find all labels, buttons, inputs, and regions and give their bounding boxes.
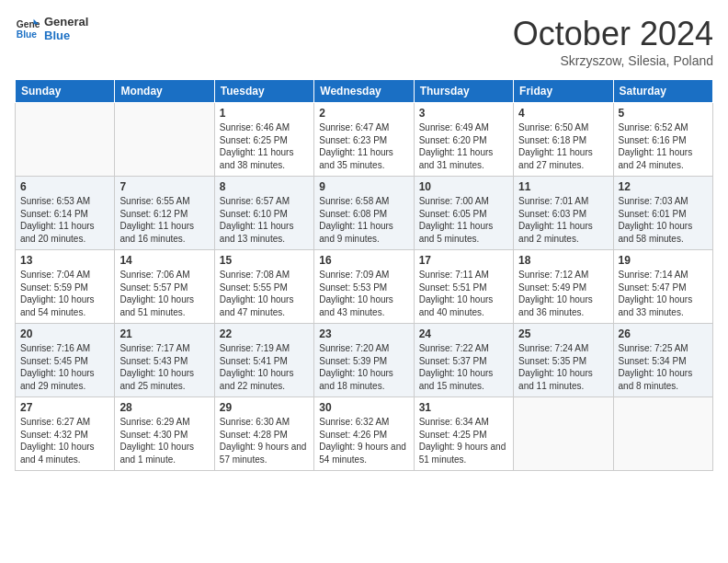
col-header-thursday: Thursday (414, 80, 513, 103)
day-number: 6 (20, 180, 109, 193)
calendar-cell: 30Sunrise: 6:32 AM Sunset: 4:26 PM Dayli… (314, 397, 414, 471)
calendar-cell (16, 103, 115, 177)
day-detail: Sunrise: 7:14 AM Sunset: 5:47 PM Dayligh… (619, 269, 708, 318)
calendar-cell: 8Sunrise: 6:57 AM Sunset: 6:10 PM Daylig… (214, 177, 313, 250)
location-subtitle: Skrzyszow, Silesia, Poland (513, 53, 713, 68)
calendar-cell: 7Sunrise: 6:55 AM Sunset: 6:12 PM Daylig… (115, 177, 214, 250)
calendar-body: 1Sunrise: 6:46 AM Sunset: 6:25 PM Daylig… (16, 103, 713, 471)
calendar-week-1: 1Sunrise: 6:46 AM Sunset: 6:25 PM Daylig… (16, 103, 713, 177)
day-number: 1 (220, 107, 309, 120)
calendar-cell: 28Sunrise: 6:29 AM Sunset: 4:30 PM Dayli… (115, 397, 214, 471)
day-detail: Sunrise: 7:11 AM Sunset: 5:51 PM Dayligh… (419, 269, 508, 318)
day-detail: Sunrise: 7:25 AM Sunset: 5:34 PM Dayligh… (619, 342, 708, 392)
calendar-cell: 1Sunrise: 6:46 AM Sunset: 6:25 PM Daylig… (214, 103, 313, 177)
col-header-tuesday: Tuesday (214, 80, 313, 103)
day-detail: Sunrise: 7:01 AM Sunset: 6:03 PM Dayligh… (518, 195, 608, 245)
svg-text:Blue: Blue (17, 29, 38, 40)
day-detail: Sunrise: 7:03 AM Sunset: 6:01 PM Dayligh… (619, 195, 708, 245)
day-number: 31 (419, 401, 508, 414)
day-number: 29 (220, 401, 309, 414)
day-number: 27 (20, 401, 109, 414)
day-number: 15 (220, 254, 309, 267)
day-number: 21 (119, 327, 209, 340)
day-detail: Sunrise: 6:55 AM Sunset: 6:12 PM Dayligh… (119, 195, 209, 245)
calendar-week-4: 20Sunrise: 7:16 AM Sunset: 5:45 PM Dayli… (16, 324, 713, 397)
calendar-cell (115, 103, 214, 177)
logo-general: General (44, 15, 88, 29)
calendar-cell (514, 397, 613, 471)
day-detail: Sunrise: 7:17 AM Sunset: 5:43 PM Dayligh… (119, 342, 209, 392)
day-detail: Sunrise: 7:24 AM Sunset: 5:35 PM Dayligh… (518, 342, 608, 392)
calendar-cell: 20Sunrise: 7:16 AM Sunset: 5:45 PM Dayli… (16, 324, 115, 397)
day-detail: Sunrise: 6:53 AM Sunset: 6:14 PM Dayligh… (20, 195, 109, 245)
day-detail: Sunrise: 7:20 AM Sunset: 5:39 PM Dayligh… (319, 342, 408, 392)
calendar-cell: 19Sunrise: 7:14 AM Sunset: 5:47 PM Dayli… (613, 250, 712, 324)
calendar-cell: 11Sunrise: 7:01 AM Sunset: 6:03 PM Dayli… (514, 177, 613, 250)
day-detail: Sunrise: 7:22 AM Sunset: 5:37 PM Dayligh… (419, 342, 508, 392)
calendar-cell: 9Sunrise: 6:58 AM Sunset: 6:08 PM Daylig… (314, 177, 414, 250)
col-header-monday: Monday (115, 80, 214, 103)
day-detail: Sunrise: 6:49 AM Sunset: 6:20 PM Dayligh… (419, 121, 508, 171)
col-header-saturday: Saturday (613, 80, 712, 103)
day-number: 14 (119, 254, 209, 267)
day-detail: Sunrise: 7:04 AM Sunset: 5:59 PM Dayligh… (20, 269, 109, 318)
calendar-cell: 23Sunrise: 7:20 AM Sunset: 5:39 PM Dayli… (314, 324, 414, 397)
calendar-cell (613, 397, 712, 471)
logo: General Blue General Blue (15, 15, 88, 42)
day-detail: Sunrise: 6:52 AM Sunset: 6:16 PM Dayligh… (619, 121, 708, 171)
calendar-cell: 14Sunrise: 7:06 AM Sunset: 5:57 PM Dayli… (115, 250, 214, 324)
calendar-week-3: 13Sunrise: 7:04 AM Sunset: 5:59 PM Dayli… (16, 250, 713, 324)
calendar-cell: 13Sunrise: 7:04 AM Sunset: 5:59 PM Dayli… (16, 250, 115, 324)
day-number: 5 (619, 107, 708, 120)
day-detail: Sunrise: 6:50 AM Sunset: 6:18 PM Dayligh… (518, 121, 608, 171)
day-number: 3 (419, 107, 508, 120)
day-detail: Sunrise: 6:29 AM Sunset: 4:30 PM Dayligh… (119, 416, 209, 465)
day-detail: Sunrise: 6:30 AM Sunset: 4:28 PM Dayligh… (220, 416, 309, 465)
calendar-cell: 10Sunrise: 7:00 AM Sunset: 6:05 PM Dayli… (414, 177, 513, 250)
calendar-cell: 27Sunrise: 6:27 AM Sunset: 4:32 PM Dayli… (16, 397, 115, 471)
logo-icon: General Blue (15, 16, 40, 41)
calendar-table: SundayMondayTuesdayWednesdayThursdayFrid… (15, 79, 713, 471)
day-detail: Sunrise: 6:57 AM Sunset: 6:10 PM Dayligh… (220, 195, 309, 245)
calendar-week-5: 27Sunrise: 6:27 AM Sunset: 4:32 PM Dayli… (16, 397, 713, 471)
day-detail: Sunrise: 7:19 AM Sunset: 5:41 PM Dayligh… (220, 342, 309, 392)
day-detail: Sunrise: 7:00 AM Sunset: 6:05 PM Dayligh… (419, 195, 508, 245)
calendar-cell: 21Sunrise: 7:17 AM Sunset: 5:43 PM Dayli… (115, 324, 214, 397)
calendar-cell: 18Sunrise: 7:12 AM Sunset: 5:49 PM Dayli… (514, 250, 613, 324)
calendar-cell: 6Sunrise: 6:53 AM Sunset: 6:14 PM Daylig… (16, 177, 115, 250)
calendar-cell: 17Sunrise: 7:11 AM Sunset: 5:51 PM Dayli… (414, 250, 513, 324)
day-number: 4 (518, 107, 608, 120)
day-number: 13 (20, 254, 109, 267)
calendar-cell: 26Sunrise: 7:25 AM Sunset: 5:34 PM Dayli… (613, 324, 712, 397)
day-detail: Sunrise: 6:34 AM Sunset: 4:25 PM Dayligh… (419, 416, 508, 465)
calendar-cell: 29Sunrise: 6:30 AM Sunset: 4:28 PM Dayli… (214, 397, 313, 471)
day-detail: Sunrise: 7:09 AM Sunset: 5:53 PM Dayligh… (319, 269, 408, 318)
calendar-cell: 16Sunrise: 7:09 AM Sunset: 5:53 PM Dayli… (314, 250, 414, 324)
col-header-wednesday: Wednesday (314, 80, 414, 103)
title-block: October 2024 Skrzyszow, Silesia, Poland (513, 15, 713, 68)
day-number: 18 (518, 254, 608, 267)
calendar-cell: 15Sunrise: 7:08 AM Sunset: 5:55 PM Dayli… (214, 250, 313, 324)
day-number: 22 (220, 327, 309, 340)
day-number: 11 (518, 180, 608, 193)
page-header: General Blue General Blue October 2024 S… (15, 15, 713, 68)
day-number: 9 (319, 180, 408, 193)
calendar-cell: 24Sunrise: 7:22 AM Sunset: 5:37 PM Dayli… (414, 324, 513, 397)
svg-text:General: General (17, 19, 40, 29)
day-detail: Sunrise: 6:27 AM Sunset: 4:32 PM Dayligh… (20, 416, 109, 465)
col-header-sunday: Sunday (16, 80, 115, 103)
day-detail: Sunrise: 7:06 AM Sunset: 5:57 PM Dayligh… (119, 269, 209, 318)
day-detail: Sunrise: 6:46 AM Sunset: 6:25 PM Dayligh… (220, 121, 309, 171)
day-number: 2 (319, 107, 408, 120)
calendar-cell: 31Sunrise: 6:34 AM Sunset: 4:25 PM Dayli… (414, 397, 513, 471)
month-title: October 2024 (513, 15, 713, 53)
day-detail: Sunrise: 6:47 AM Sunset: 6:23 PM Dayligh… (319, 121, 408, 171)
day-number: 20 (20, 327, 109, 340)
day-number: 10 (419, 180, 508, 193)
day-number: 7 (119, 180, 209, 193)
day-number: 12 (619, 180, 708, 193)
calendar-cell: 12Sunrise: 7:03 AM Sunset: 6:01 PM Dayli… (613, 177, 712, 250)
day-number: 16 (319, 254, 408, 267)
day-number: 24 (419, 327, 508, 340)
day-detail: Sunrise: 6:58 AM Sunset: 6:08 PM Dayligh… (319, 195, 408, 245)
